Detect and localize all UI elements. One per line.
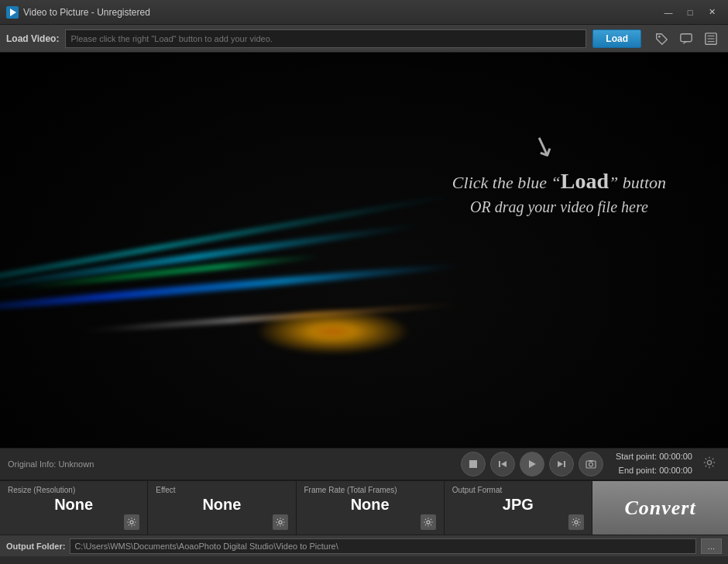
svg-point-20 [427, 521, 430, 524]
resize-settings-button[interactable] [124, 514, 139, 530]
window-controls: — □ ✕ [658, 5, 722, 20]
status-bar: Original Info: Unknown [0, 448, 728, 480]
title-text: Video to Picture - Unregistered [23, 7, 658, 18]
output-folder-label: Output Folder: [6, 542, 65, 551]
time-info: Start point: 00:00:00 End point: 00:00:0… [616, 450, 692, 477]
bottom-controls: Resize (Resolution) None Effect None Fra… [0, 480, 728, 535]
playback-controls [461, 452, 603, 476]
resize-label: Resize (Resolution) [8, 486, 139, 494]
framerate-footer [304, 514, 436, 530]
svg-rect-14 [586, 461, 596, 468]
load-label: Load Video: [6, 33, 59, 44]
comment-icon-button[interactable] [675, 29, 697, 48]
maximize-button[interactable]: □ [680, 5, 700, 20]
output-format-label: Output Format [452, 486, 584, 494]
effect-panel: Effect None [148, 481, 296, 535]
end-point-label: End point: [619, 466, 658, 475]
svg-marker-11 [529, 460, 536, 468]
svg-point-21 [575, 521, 578, 524]
svg-rect-9 [499, 461, 500, 467]
app-icon [6, 6, 19, 19]
preview-area[interactable]: ↙ Click the blue “Load” button OR drag y… [0, 53, 728, 448]
tag-icon-button[interactable] [651, 29, 672, 48]
screenshot-button[interactable] [579, 452, 603, 476]
svg-rect-12 [564, 461, 565, 467]
svg-point-18 [130, 521, 133, 524]
framerate-panel: Frame Rate (Total Frames) None [297, 481, 445, 535]
resize-panel: Resize (Resolution) None [0, 481, 148, 535]
close-button[interactable]: ✕ [702, 5, 722, 20]
original-info: Original Info: Unknown [8, 459, 461, 469]
convert-button[interactable]: Convert [592, 481, 728, 535]
settings-gear-button[interactable] [699, 453, 720, 475]
svg-marker-10 [501, 461, 507, 467]
minimize-button[interactable]: — [658, 5, 678, 20]
svg-point-15 [589, 463, 592, 466]
start-point-label: Start point: [616, 452, 657, 461]
svg-rect-8 [469, 460, 477, 468]
stop-button[interactable] [461, 452, 486, 476]
hint-text: ↙ Click the blue “Load” button OR drag y… [452, 130, 666, 216]
play-button[interactable] [520, 452, 544, 476]
preview-background [0, 53, 728, 448]
svg-point-17 [707, 460, 711, 464]
output-format-settings-button[interactable] [568, 514, 584, 530]
framerate-value: None [304, 496, 436, 514]
effect-footer [156, 514, 287, 530]
hint-line1: Click the blue “Load” button [452, 169, 666, 194]
end-point-value: 00:00:00 [659, 466, 692, 475]
output-format-value: JPG [452, 496, 584, 514]
output-format-panel: Output Format JPG [445, 481, 592, 535]
effect-value: None [156, 496, 287, 514]
svg-rect-3 [681, 33, 692, 41]
start-point: Start point: 00:00:00 [616, 450, 692, 464]
list-icon-button[interactable] [700, 29, 722, 48]
framerate-label: Frame Rate (Total Frames) [304, 486, 436, 494]
video-path-input[interactable] [65, 29, 586, 48]
svg-marker-13 [558, 461, 563, 467]
title-bar: Video to Picture - Unregistered — □ ✕ [0, 0, 728, 25]
svg-point-2 [658, 35, 661, 37]
start-point-value: 00:00:00 [659, 452, 692, 461]
output-folder-input[interactable] [70, 538, 695, 554]
svg-rect-16 [589, 460, 593, 462]
load-bar: Load Video: Load [0, 25, 728, 53]
light-glow [256, 308, 410, 355]
next-button[interactable] [549, 452, 574, 476]
output-format-footer [452, 514, 584, 530]
effect-settings-button[interactable] [273, 514, 288, 530]
hint-line2: OR drag your video file here [452, 198, 666, 216]
effect-label: Effect [156, 486, 287, 494]
browse-button[interactable]: ... [701, 538, 722, 554]
prev-button[interactable] [490, 452, 515, 476]
resize-value: None [8, 496, 139, 514]
framerate-settings-button[interactable] [421, 514, 436, 530]
load-button[interactable]: Load [592, 29, 641, 48]
resize-footer [8, 514, 139, 530]
svg-point-19 [278, 521, 281, 524]
end-point: End point: 00:00:00 [616, 464, 692, 478]
output-bar: Output Folder: ... [0, 535, 728, 556]
toolbar-icons [651, 29, 722, 48]
